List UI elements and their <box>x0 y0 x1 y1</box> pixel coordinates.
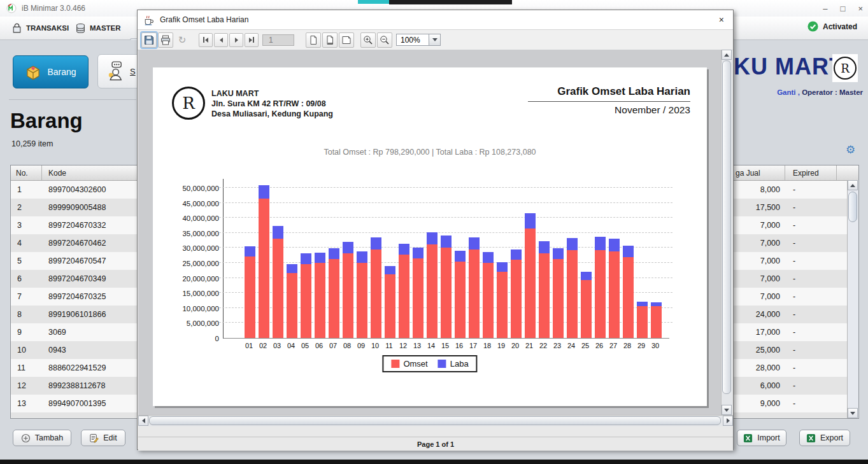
scroll-left-button[interactable] <box>138 416 148 426</box>
scrollbar-thumb[interactable] <box>722 60 731 394</box>
zoom-in-button[interactable] <box>360 32 376 48</box>
prev-page-button[interactable] <box>214 33 228 47</box>
x-tick-label: 12 <box>396 342 410 349</box>
table-cell: 8997004302600 <box>42 185 106 194</box>
bar-group <box>355 179 369 338</box>
preview-vertical-scrollbar[interactable] <box>721 50 732 415</box>
first-page-button[interactable] <box>199 33 213 47</box>
x-tick-label: 23 <box>550 342 564 349</box>
x-tick-label: 16 <box>452 342 466 349</box>
brand-title: KU MART <box>734 53 844 80</box>
ganti-link[interactable]: Ganti , <box>777 88 800 96</box>
company-address2: Desa Muliasari, Kedung Kupang <box>211 109 333 119</box>
dialog-close-button[interactable]: × <box>719 15 724 25</box>
bar-omset <box>609 251 620 338</box>
fit-width-button[interactable] <box>339 32 354 48</box>
scroll-down-button[interactable] <box>848 408 858 418</box>
bar-laba <box>567 238 578 250</box>
x-tick-label: 02 <box>256 342 270 349</box>
settings-gear-icon[interactable]: ⚙ <box>846 143 855 157</box>
export-button[interactable]: Export <box>799 430 850 446</box>
scrollbar-thumb[interactable] <box>149 416 721 425</box>
fit-width-icon <box>341 35 352 45</box>
actual-size-button[interactable] <box>306 32 321 48</box>
x-tick-label: 05 <box>298 342 312 349</box>
next-page-button[interactable] <box>229 33 243 47</box>
bar-laba <box>553 248 564 259</box>
bar-omset <box>623 257 634 338</box>
bar-omset <box>245 257 255 338</box>
table-cell: 11 <box>11 363 42 372</box>
scroll-up-button[interactable] <box>848 180 858 190</box>
excel-icon <box>743 433 753 443</box>
table-cell: 8997204670325 <box>42 292 106 301</box>
import-label: Import <box>757 433 779 442</box>
zoom-level-value: 100% <box>396 34 429 46</box>
edit-button[interactable]: Edit <box>81 430 125 446</box>
report-dialog: Grafik Omset Laba Harian × ↻ 1 100% <box>137 10 734 450</box>
bar-laba <box>469 237 480 250</box>
page-number-field[interactable]: 1 <box>262 34 294 46</box>
refresh-button[interactable]: ↻ <box>174 32 190 48</box>
check-circle-icon <box>808 21 818 32</box>
x-tick-label: 19 <box>494 342 508 349</box>
scrollbar-thumb[interactable] <box>848 192 857 222</box>
edit-label: Edit <box>103 433 117 442</box>
report-totals: Total Omset : Rp 798,290,000 | Total Lab… <box>153 148 707 157</box>
table-cell: 6 <box>11 274 42 283</box>
zoom-level-dropdown[interactable]: 100% <box>396 34 441 46</box>
bar-laba <box>441 236 452 248</box>
bar-omset <box>581 280 592 338</box>
magnifier-minus-icon <box>380 35 390 45</box>
x-tick-label: 22 <box>536 342 550 349</box>
dropdown-arrow-icon[interactable] <box>429 34 441 46</box>
table-cell: 8997204670332 <box>42 221 106 230</box>
dialog-titlebar[interactable]: Grafik Omset Laba Harian × <box>138 10 733 30</box>
column-header-no[interactable]: No. <box>11 165 42 180</box>
column-header-expired[interactable]: Expired <box>785 165 837 180</box>
last-page-button[interactable] <box>245 33 259 47</box>
scroll-up-button[interactable] <box>722 50 732 60</box>
scroll-right-button[interactable] <box>723 416 733 426</box>
plus-circle-icon <box>21 433 31 443</box>
table-cell: 3 <box>11 221 42 230</box>
x-tick-label: 06 <box>312 342 326 349</box>
report-period: November / 2023 <box>528 104 690 116</box>
minimize-button[interactable]: – <box>823 4 827 13</box>
table-cell: - <box>785 310 795 319</box>
bar-omset <box>329 259 339 338</box>
bar-omset <box>651 306 662 338</box>
fit-page-button[interactable] <box>322 32 338 48</box>
import-button[interactable]: Import <box>737 430 786 446</box>
app-logo-icon <box>6 3 17 13</box>
bar-group <box>341 179 355 338</box>
menu-master[interactable]: MASTER <box>70 20 126 36</box>
export-label: Export <box>820 433 843 442</box>
x-tick-label: 01 <box>242 342 256 349</box>
close-button[interactable]: × <box>858 4 863 13</box>
table-vertical-scrollbar[interactable] <box>847 180 858 418</box>
excel-icon <box>806 433 816 443</box>
table-cell: 8999909005488 <box>42 203 106 212</box>
barang-button[interactable]: Barang <box>13 55 89 88</box>
preview-horizontal-scrollbar[interactable] <box>138 415 733 426</box>
save-button[interactable] <box>141 32 157 48</box>
menu-transaksi[interactable]: TRANSAKSI <box>6 20 74 36</box>
dialog-toolbar: ↻ 1 100% <box>138 30 733 50</box>
bar-group <box>397 179 411 338</box>
x-tick-label: 28 <box>620 342 634 349</box>
bar-omset <box>343 253 353 338</box>
scroll-down-button[interactable] <box>722 405 732 415</box>
zoom-out-button[interactable] <box>377 32 392 48</box>
table-cell: 8991906101866 <box>42 310 106 319</box>
bar-group <box>649 179 663 338</box>
print-button[interactable] <box>158 32 173 48</box>
y-tick-label: 10,000,000 <box>182 305 219 313</box>
report-logo-icon: R <box>172 87 205 120</box>
tambah-button[interactable]: Tambah <box>13 430 71 446</box>
table-cell: - <box>785 257 795 265</box>
bar-group <box>495 179 509 338</box>
maximize-button[interactable]: □ <box>841 4 846 13</box>
y-tick-label: 50,000,000 <box>182 185 219 192</box>
x-tick-label: 20 <box>508 342 522 349</box>
